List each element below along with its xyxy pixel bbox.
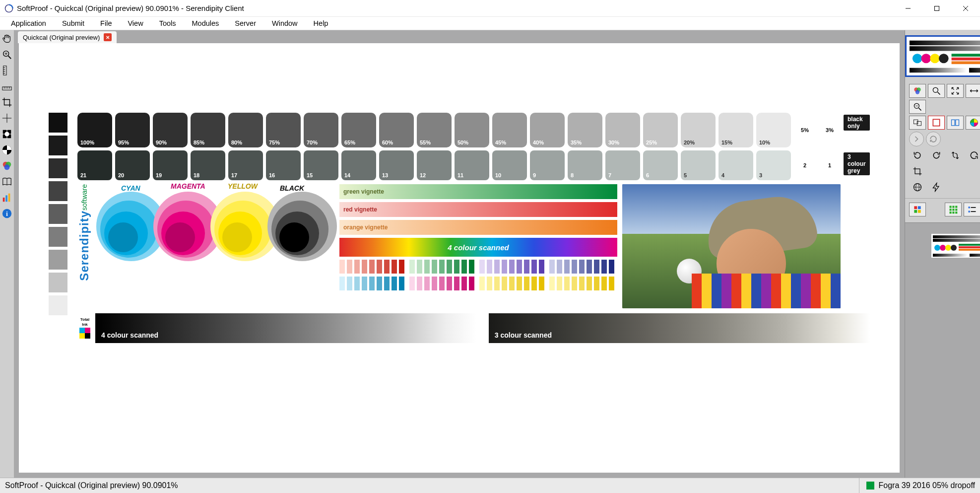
grey-swatch: 15 bbox=[304, 150, 338, 180]
menu-view[interactable]: View bbox=[120, 17, 151, 29]
zoom-fit-button[interactable] bbox=[928, 84, 945, 98]
ruler-horizontal-tool[interactable] bbox=[0, 79, 14, 93]
tab-close-icon[interactable]: ✕ bbox=[104, 33, 112, 41]
menu-window[interactable]: Window bbox=[264, 17, 306, 29]
menu-help[interactable]: Help bbox=[306, 17, 336, 29]
step-swatch bbox=[417, 260, 422, 274]
black-swatch: 90% bbox=[153, 113, 188, 147]
svg-rect-9 bbox=[3, 66, 6, 75]
black-swatch: 65% bbox=[341, 113, 376, 147]
menu-application[interactable]: Application bbox=[3, 17, 54, 29]
right-tools-row-3 bbox=[905, 131, 980, 147]
maximize-button[interactable] bbox=[922, 0, 951, 16]
info-tool[interactable]: i bbox=[0, 207, 14, 220]
menu-submit[interactable]: Submit bbox=[54, 17, 92, 29]
ruler-vertical-tool[interactable] bbox=[0, 64, 14, 77]
black-swatch: 80% bbox=[228, 113, 263, 147]
nav-refresh-button[interactable] bbox=[926, 132, 941, 146]
svg-rect-102 bbox=[959, 244, 980, 246]
vignettes: green vignette red vignette orange vigne… bbox=[339, 184, 617, 290]
rotate-ccw-button[interactable] bbox=[928, 148, 945, 162]
black-swatch: 35% bbox=[568, 113, 602, 147]
nav-forward-button[interactable] bbox=[909, 132, 924, 146]
target-b-tool[interactable] bbox=[0, 143, 14, 157]
black-swatch: 55% bbox=[417, 113, 452, 147]
grey-swatch: 1 bbox=[819, 150, 841, 180]
three-colour-bar-label: 3 colour scanned bbox=[495, 331, 552, 339]
menu-file[interactable]: File bbox=[92, 17, 120, 29]
total-ink-label-b: Ink bbox=[82, 323, 88, 327]
black-only-label: black only bbox=[844, 115, 870, 131]
swap-button[interactable] bbox=[947, 148, 964, 162]
bars-tool[interactable] bbox=[0, 191, 14, 205]
svg-rect-44 bbox=[951, 61, 980, 64]
grey-swatch: 14 bbox=[341, 150, 376, 180]
status-right: Fogra 39 2016 05% dropoff bbox=[859, 478, 975, 493]
fit-width-button[interactable] bbox=[966, 84, 980, 98]
zoom-tool[interactable] bbox=[0, 48, 14, 62]
total-ink-icon: Total Ink bbox=[77, 318, 92, 339]
lightning-button[interactable] bbox=[928, 180, 945, 194]
target-a-tool[interactable] bbox=[0, 127, 14, 141]
canvas-wrap[interactable]: 100%95%90%85%80%75%70%65%60%55%50%45%40%… bbox=[14, 43, 905, 478]
step-swatch bbox=[594, 260, 599, 274]
pages-strip[interactable] bbox=[905, 222, 980, 478]
svg-line-53 bbox=[937, 92, 940, 95]
svg-rect-88 bbox=[949, 211, 951, 213]
crop-tool[interactable] bbox=[0, 95, 14, 109]
crosshair-tool[interactable] bbox=[0, 111, 14, 125]
menu-server[interactable]: Server bbox=[227, 17, 264, 29]
grey-swatch: 13 bbox=[379, 150, 414, 180]
three-colour-grey-label: 3 colour grey bbox=[844, 152, 870, 175]
hand-tool[interactable] bbox=[0, 32, 14, 46]
svg-point-41 bbox=[939, 54, 949, 63]
color-wheel-button[interactable] bbox=[966, 116, 980, 130]
titlebar: SoftProof - Quickcal (Original preview) … bbox=[0, 0, 980, 17]
step-swatch bbox=[557, 277, 562, 290]
menu-modules[interactable]: Modules bbox=[184, 17, 227, 29]
compare-button[interactable] bbox=[909, 116, 926, 130]
step-swatch bbox=[469, 260, 474, 274]
svg-rect-108 bbox=[970, 254, 980, 257]
view-grid-button[interactable] bbox=[909, 203, 926, 216]
grey-swatch: 3 bbox=[756, 150, 791, 180]
globe-button[interactable] bbox=[909, 180, 926, 194]
gray-step bbox=[49, 113, 67, 133]
svg-text:i: i bbox=[6, 211, 8, 217]
svg-rect-103 bbox=[959, 246, 980, 248]
right-tools-row-6 bbox=[905, 198, 980, 217]
tab-label: Quickcal (Original preview) bbox=[23, 34, 100, 41]
view-list-button[interactable] bbox=[964, 203, 980, 216]
book-tool[interactable] bbox=[0, 175, 14, 189]
step-swatch bbox=[572, 260, 577, 274]
zoom-out-button[interactable] bbox=[909, 100, 926, 114]
step-swatch bbox=[494, 277, 500, 290]
rotate-cw-button[interactable] bbox=[909, 148, 926, 162]
close-button[interactable] bbox=[951, 0, 980, 16]
fit-both-button[interactable] bbox=[947, 84, 964, 98]
step-swatch bbox=[564, 277, 570, 290]
split-view-button[interactable] bbox=[947, 116, 964, 130]
grey-swatch: 18 bbox=[191, 150, 225, 180]
grey-swatch: 21 bbox=[77, 150, 112, 180]
document-tab[interactable]: Quickcal (Original preview) ✕ bbox=[18, 31, 117, 43]
step-swatch bbox=[362, 260, 367, 274]
yellow-label: YELLOW bbox=[228, 182, 258, 190]
navigator-thumbnail[interactable] bbox=[905, 35, 980, 77]
step-swatch bbox=[347, 260, 352, 274]
menu-tools[interactable]: Tools bbox=[151, 17, 184, 29]
svg-rect-93 bbox=[968, 211, 970, 212]
channels-button[interactable] bbox=[909, 84, 926, 98]
undo-button[interactable] bbox=[966, 148, 980, 162]
svg-point-98 bbox=[934, 245, 940, 251]
view-tiles-button[interactable] bbox=[945, 203, 962, 216]
crop-action-button[interactable] bbox=[909, 164, 926, 178]
color-tool[interactable] bbox=[0, 159, 14, 173]
black-swatch: 50% bbox=[455, 113, 489, 147]
page-thumbnail[interactable] bbox=[931, 234, 980, 258]
minimize-button[interactable] bbox=[894, 0, 922, 16]
single-view-button[interactable] bbox=[928, 116, 945, 130]
step-swatch bbox=[384, 277, 390, 290]
svg-rect-37 bbox=[910, 46, 980, 51]
gray-step bbox=[49, 295, 67, 315]
